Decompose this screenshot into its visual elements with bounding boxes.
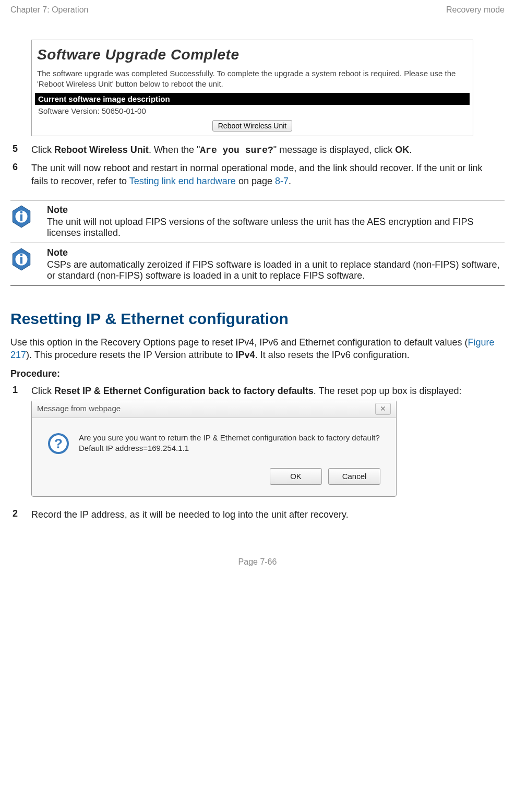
inline-bold: IPv4 [236, 350, 255, 360]
step-5: 5 Click Reboot Wireless Unit. When the "… [13, 144, 484, 157]
text: ). This procedure resets the IP Version … [26, 350, 236, 360]
text: Use this option in the Recovery Options … [10, 337, 468, 348]
note-heading: Note [47, 247, 501, 258]
section-intro: Use this option in the Recovery Options … [10, 336, 505, 362]
step-text: Click Reboot Wireless Unit. When the "Ar… [31, 144, 484, 157]
dialog-message: Are you sure you want to return the IP &… [79, 433, 380, 454]
procedure-steps-continued: 5 Click Reboot Wireless Unit. When the "… [13, 144, 484, 187]
confirmation-dialog: Message from webpage ✕ ? Are you sure yo… [31, 400, 397, 497]
svg-text:?: ? [54, 436, 63, 451]
note-icon [10, 205, 32, 229]
text: . It also resets the IPv6 configuration. [255, 350, 410, 360]
close-button[interactable]: ✕ [375, 403, 391, 415]
text: . [409, 145, 412, 155]
note-heading: Note [47, 205, 501, 216]
inline-mono: Are you sure? [200, 145, 273, 156]
step-text: Click Reset IP & Ethernet Configuration … [31, 385, 484, 503]
inline-bold: OK [395, 145, 409, 155]
step-2: 2 Record the IP address, as it will be n… [13, 508, 484, 521]
svg-point-5 [20, 254, 23, 256]
step-number: 5 [13, 144, 31, 154]
reboot-wireless-unit-button[interactable]: Reboot Wireless Unit [212, 120, 293, 132]
svg-point-2 [20, 211, 23, 213]
software-upgrade-panel: Software Upgrade Complete The software u… [31, 40, 473, 136]
procedure-steps: 1 Click Reset IP & Ethernet Configuratio… [13, 385, 484, 521]
text: . [289, 176, 291, 186]
note-body: CSPs are automatically zeroized if FIPS … [47, 259, 501, 281]
step-text: The unit will now reboot and restart in … [31, 162, 484, 187]
inline-bold: Reset IP & Ethernet Configuration back t… [54, 386, 314, 396]
procedure-heading: Procedure: [10, 368, 505, 379]
text: " message is displayed, click [273, 145, 395, 155]
note-body: The unit will not upload FIPS versions o… [47, 217, 501, 238]
step-text: Record the IP address, as it will be nee… [31, 508, 484, 521]
question-icon: ? [47, 433, 69, 455]
notes-table: Note The unit will not upload FIPS versi… [10, 200, 505, 286]
inline-bold: Reboot Wireless Unit [54, 145, 149, 155]
note-row: Note The unit will not upload FIPS versi… [10, 200, 505, 243]
ok-button[interactable]: OK [270, 468, 322, 485]
cancel-button[interactable]: Cancel [328, 468, 380, 485]
text: . The reset pop up box is displayed: [314, 386, 462, 396]
page-footer: Page 7-66 [10, 557, 505, 567]
svg-rect-4 [20, 257, 22, 264]
text: . When the " [149, 145, 200, 155]
upgrade-body-text: The software upgrade was completed Succe… [35, 67, 470, 93]
cross-reference-link[interactable]: Testing link end hardware [129, 176, 236, 186]
page-reference-link[interactable]: 8-7 [275, 176, 289, 186]
page-header: Chapter 7: Operation Recovery mode [10, 5, 505, 15]
step-number: 2 [13, 508, 31, 519]
dialog-title: Message from webpage [37, 403, 121, 414]
step-1: 1 Click Reset IP & Ethernet Configuratio… [13, 385, 484, 503]
text: Click [31, 145, 54, 155]
step-6: 6 The unit will now reboot and restart i… [13, 162, 484, 187]
svg-rect-1 [20, 214, 22, 221]
text: on page [236, 176, 275, 186]
header-right: Recovery mode [446, 5, 505, 15]
note-row: Note CSPs are automatically zeroized if … [10, 243, 505, 285]
text: Click [31, 386, 54, 396]
step-number: 6 [13, 162, 31, 173]
header-left: Chapter 7: Operation [10, 5, 88, 15]
upgrade-title: Software Upgrade Complete [35, 43, 470, 67]
note-icon [10, 247, 32, 271]
dialog-titlebar: Message from webpage ✕ [32, 400, 396, 418]
upgrade-subhead: Current software image description [35, 93, 470, 105]
section-heading: Resetting IP & Ethernet configuration [10, 310, 505, 328]
step-number: 1 [13, 385, 31, 396]
software-version: Software Version: 50650-01-00 [35, 105, 470, 117]
